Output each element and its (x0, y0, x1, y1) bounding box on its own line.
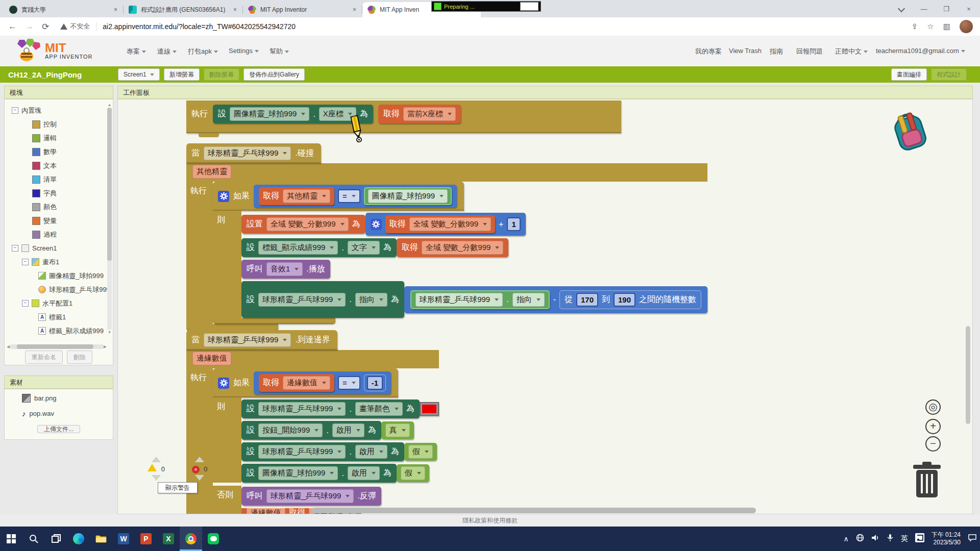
block-when-ball-collided[interactable]: 當 球形精靈_乒乓球999 .碰撞 其他精靈 執行 如果 (186, 143, 707, 335)
number-block[interactable]: -1 (364, 374, 386, 391)
workspace-vscrollbar[interactable] (966, 326, 970, 424)
component-dropdown[interactable]: 球形精靈_乒乓球999 (258, 402, 346, 416)
tab-search-chevron-icon[interactable] (890, 5, 913, 13)
component-dropdown[interactable]: 球形精靈_乒乓球999 (204, 333, 291, 347)
microphone-icon[interactable] (887, 534, 894, 544)
palette-item-text[interactable]: 文本 (12, 159, 113, 172)
property-dropdown[interactable]: 指向 (355, 293, 387, 307)
component-dropdown[interactable]: 球形精靈_乒乓球999 (204, 146, 291, 160)
mutator-gear-icon[interactable] (218, 378, 229, 389)
zoom-in-button[interactable]: + (925, 419, 941, 434)
call-sound-play-block[interactable]: 呼叫 音效1 .播放 (241, 260, 330, 279)
get-current-x-block[interactable]: 取得 當前X座標 (378, 105, 461, 123)
back-icon[interactable]: ← (8, 21, 17, 32)
set-ball-heading-block[interactable]: 設 球形精靈_乒乓球999 . 指向 為 (241, 281, 404, 318)
random-integer-block[interactable]: 從 170 到 190 之間的隨機整數 (559, 290, 701, 309)
menu-settings[interactable]: Settings (229, 47, 259, 55)
property-dropdown[interactable]: 啟用 (355, 445, 387, 459)
file-explorer-icon[interactable] (90, 527, 112, 551)
logic-dropdown[interactable]: 假 (401, 466, 425, 480)
ime-language-indicator[interactable]: 英 (901, 534, 908, 543)
component-dropdown[interactable]: 球形精靈_乒乓球999 (266, 489, 354, 503)
palette-item-lists[interactable]: 清單 (12, 172, 113, 186)
edge-icon[interactable] (67, 527, 90, 551)
powerpoint-icon[interactable]: P (135, 527, 157, 551)
var-dropdown[interactable]: 全域 變數_分數999 (409, 217, 492, 231)
equals-block[interactable]: 取得 邊緣數值 = -1 (254, 371, 391, 394)
var-dropdown[interactable]: 全域 變數_分數999 (422, 241, 504, 255)
start-button[interactable] (0, 527, 22, 551)
forward-icon[interactable]: → (25, 21, 34, 32)
color-red-block[interactable] (420, 402, 439, 416)
collapse-icon[interactable]: − (22, 259, 29, 265)
appinventor-logo[interactable]: MIT APP INVENTOR (14, 39, 93, 63)
paddle-component-block[interactable]: 圖像精靈_球拍999 (364, 187, 452, 205)
rename-button[interactable]: 重新命名 (25, 350, 63, 364)
taskbar-clock[interactable]: 下午 01:24 2023/5/30 (932, 531, 961, 546)
get-ball-heading-block[interactable]: 球形精靈_乒乓球999 . 指向 (410, 290, 550, 309)
media-item[interactable]: bar.png (22, 391, 113, 405)
component-dropdown[interactable]: 球形精靈_乒乓球999 (258, 445, 346, 459)
component-dropdown[interactable]: 按鈕_開始999 (258, 423, 323, 437)
logic-false-block[interactable]: 假 (404, 443, 437, 461)
tree-label1[interactable]: A 標籤1 (12, 310, 113, 324)
get-edge-block[interactable]: 取得 邊緣數值 (259, 374, 334, 392)
set-ball-enabled-block[interactable]: 設 球形精靈_乒乓球999 . 啟用 為 (241, 442, 404, 461)
media-item[interactable]: ♪ pop.wav (22, 407, 113, 420)
notification-center-icon[interactable] (968, 534, 977, 544)
number-field[interactable]: 1 (507, 217, 520, 231)
palette-item-colors[interactable]: 顏色 (12, 200, 113, 214)
url-text[interactable]: ai2.appinventor.mit.edu/?locale=zh_TW#60… (96, 22, 296, 31)
collapse-up-icon[interactable] (152, 457, 161, 462)
delete-button[interactable]: 刪除 (67, 350, 92, 364)
number-field[interactable]: 170 (576, 293, 598, 307)
component-dropdown[interactable]: 音效1 (266, 262, 303, 276)
minimize-icon[interactable]: — (913, 5, 935, 13)
privacy-terms-link[interactable]: 隱私政策和使用條款 (462, 517, 518, 524)
component-dropdown[interactable]: 標籤_顯示成績999 (258, 241, 338, 255)
plus-block[interactable]: 取得 全域 變數_分數999 + 1 (365, 213, 526, 236)
logic-true-block[interactable]: 真 (381, 421, 414, 439)
browser-tab[interactable]: 程式設計應用 (GENS03656A1) × (124, 2, 242, 17)
link-my-projects[interactable]: 我的專案 (695, 47, 722, 56)
mutator-gear-icon[interactable] (218, 191, 229, 202)
share-icon[interactable]: ⇪ (912, 22, 918, 31)
if-block[interactable]: 如果 取得 其他精靈 = 圖像精靈_球拍999 (213, 182, 707, 324)
trash-icon[interactable] (910, 460, 944, 503)
tree-builtin[interactable]: − 內置塊 (12, 104, 113, 117)
palette-item-variables[interactable]: 變量 (12, 214, 113, 228)
param-edge-value[interactable]: 邊緣數值 (192, 352, 231, 365)
collapse-icon[interactable]: − (12, 107, 18, 114)
collapse-down-icon[interactable] (152, 475, 161, 481)
component-dropdown[interactable]: 圖像精靈_球拍999 (368, 189, 448, 203)
ime-mode-icon[interactable] (915, 533, 924, 544)
tree-ballsprite[interactable]: 球形精靈_乒乓球999 (12, 283, 113, 296)
bookmark-star-icon[interactable]: ☆ (927, 22, 934, 31)
property-dropdown[interactable]: 啟用 (332, 423, 364, 437)
var-dropdown[interactable]: 其他精靈 (283, 189, 330, 203)
menu-help[interactable]: 幫助 (270, 47, 289, 56)
palette-item-logic[interactable]: 邏輯 (12, 131, 113, 145)
search-icon[interactable] (22, 527, 45, 551)
property-dropdown[interactable]: 指向 (512, 293, 545, 307)
tree-canvas1[interactable]: − 畫布1 (12, 255, 113, 269)
number-field[interactable]: 190 (614, 293, 635, 307)
component-dropdown[interactable]: 球形精靈_乒乓球999 (415, 293, 503, 307)
chrome-icon[interactable] (180, 527, 202, 551)
workspace-hscrollbar[interactable] (312, 508, 756, 513)
minus-block[interactable]: 球形精靈_乒乓球999 . 指向 - 從 170 到 (404, 286, 707, 313)
logic-false-block[interactable]: 假 (397, 464, 429, 482)
network-globe-icon[interactable] (856, 534, 864, 544)
link-report-issue[interactable]: 回報問題 (796, 47, 823, 56)
side-panel-icon[interactable]: ▥ (943, 22, 950, 31)
collapse-down-icon[interactable] (195, 475, 204, 481)
component-dropdown[interactable]: 圖像精靈_球拍999 (258, 466, 338, 480)
set-label-text-block[interactable]: 設 標籤_顯示成績999 . 文字 為 (241, 238, 397, 257)
link-guide[interactable]: 指南 (770, 47, 783, 56)
browser-tab[interactable]: 實踐大學 × (4, 2, 122, 17)
scroll-right-icon[interactable]: ▶ (104, 344, 107, 349)
collapse-up-icon[interactable] (195, 457, 204, 462)
account-menu[interactable]: teacherma1091@gmail.com (876, 47, 965, 55)
tree-hscrollbar[interactable]: ◀ ▶ (7, 344, 107, 349)
line-icon[interactable] (202, 527, 225, 551)
